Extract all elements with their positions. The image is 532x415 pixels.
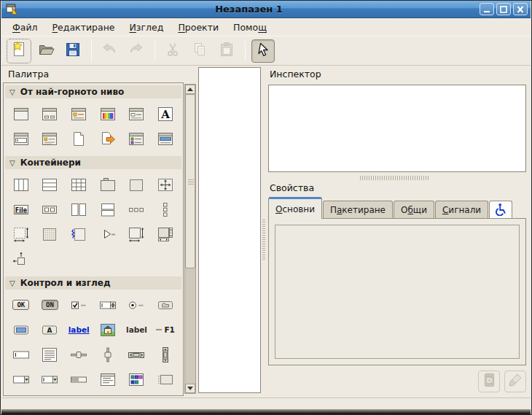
palette-item-table[interactable] (64, 172, 93, 197)
palette-item-hscrollbar[interactable] (122, 342, 152, 367)
scroll-up-button[interactable] (185, 85, 195, 94)
palette-item-combo-box-entry[interactable] (36, 367, 65, 392)
palette-item-toggle-button[interactable]: ON (36, 292, 65, 317)
palette-item-vbox[interactable] (36, 172, 65, 197)
cut-button[interactable] (161, 39, 184, 63)
palette-section-header[interactable]: ▽Контейнери (4, 155, 182, 170)
tab-сигнали[interactable]: Сигнали (435, 201, 488, 219)
palette-item-viewport[interactable] (7, 222, 36, 247)
open-button[interactable] (34, 39, 58, 63)
palette-item-file-selection-dialog[interactable] (122, 101, 152, 126)
palette-item-option-menu[interactable] (151, 292, 180, 317)
palette-item-hbox[interactable] (7, 172, 36, 197)
palette-item-vbutton-box[interactable] (151, 197, 180, 222)
minimize-button[interactable] (480, 3, 494, 15)
palette-item-clipped-widget-5[interactable] (122, 392, 152, 396)
scrollbar-thumb[interactable] (185, 94, 195, 268)
palette-item-window[interactable] (7, 101, 36, 126)
close-button[interactable] (513, 3, 528, 15)
palette-item-handle-box[interactable] (64, 222, 93, 247)
palette-item-assistant[interactable] (151, 126, 180, 151)
undo-button[interactable] (98, 39, 121, 63)
palette-item-accel-label[interactable]: F1 (151, 317, 180, 342)
palette-item-fixed[interactable] (151, 172, 180, 197)
maximize-button[interactable] (496, 3, 511, 15)
design-canvas[interactable] (198, 67, 261, 393)
palette-item-notebook[interactable] (93, 172, 122, 197)
palette-item-recent-chooser-dialog[interactable] (122, 126, 152, 151)
selector-icon (254, 41, 272, 61)
titlebar[interactable]: Незапазен 1 (1, 1, 531, 18)
palette-item-message-dialog[interactable] (64, 101, 93, 126)
palette-item-clipped-widget-2[interactable] (36, 392, 65, 396)
palette-item-hbutton-box[interactable] (122, 197, 152, 222)
palette-item-vscale[interactable] (93, 342, 122, 367)
palette-item-image[interactable] (93, 317, 122, 342)
palette-item-scrolled-window[interactable] (122, 222, 152, 247)
palette-item-label[interactable]: label (122, 317, 152, 342)
palette-item-entry[interactable] (7, 342, 36, 367)
tab-accessibility[interactable] (489, 201, 512, 219)
palette-section-header[interactable]: ▽Контрол и изглед (4, 276, 182, 290)
palette-item-spin-button[interactable] (93, 292, 122, 317)
cut-icon (164, 41, 181, 61)
palette-item-clipped-widget-6[interactable] (151, 392, 180, 396)
palette-item-link-button[interactable]: label (64, 317, 93, 342)
tab-основни[interactable]: Основни (268, 197, 322, 219)
palette-item-font-button[interactable]: A (36, 317, 65, 342)
palette-item-frame[interactable] (122, 172, 152, 197)
palette-item-file-chooser-dialog[interactable] (93, 126, 122, 151)
palette-item-vscrollbar[interactable] (151, 342, 180, 367)
palette-item-color-button[interactable] (7, 317, 36, 342)
palette-item-tool-item[interactable] (151, 367, 180, 392)
menu-изглед[interactable]: Изглед (122, 20, 171, 35)
inspector-tree[interactable] (268, 85, 526, 172)
palette-item-clipped-widget-1[interactable] (7, 392, 36, 396)
palette-item-clipped-widget-3[interactable] (64, 392, 93, 396)
palette-panel: ▽От най-горното нивоA▽КонтейнериFile▽Кон… (3, 82, 184, 396)
palette-item-toolbar[interactable] (36, 197, 65, 222)
menu-помощ[interactable]: Помощ (226, 20, 274, 35)
save-button[interactable] (61, 39, 85, 63)
palette-scrollbar[interactable] (184, 84, 196, 394)
palette-item-clipped-widget-4[interactable] (93, 392, 122, 396)
palette-item-text-view[interactable] (36, 342, 65, 367)
menubar: ФайлРедактиранеИзгледПроектиПомощ (1, 19, 531, 36)
menu-файл[interactable]: Файл (5, 20, 45, 35)
palette-section-header[interactable]: ▽От най-горното ниво (4, 85, 182, 99)
palette-item-icon-view[interactable] (122, 367, 152, 392)
palette-item-file-chooser-widget[interactable] (64, 126, 93, 151)
palette-item-about-dialog[interactable] (36, 126, 65, 151)
copy-button[interactable] (188, 39, 211, 63)
palette-item-layout[interactable] (36, 222, 65, 247)
palette-item-check-button[interactable] (64, 292, 93, 317)
redo-button[interactable] (125, 39, 148, 63)
menu-проекти[interactable]: Проекти (171, 20, 226, 35)
scroll-down-button[interactable] (185, 384, 195, 393)
documentation-button[interactable]: D (478, 371, 500, 392)
menu-редактиране[interactable]: Редактиране (45, 20, 122, 35)
selector-button[interactable] (251, 39, 275, 63)
palette-item-input-dialog[interactable] (7, 126, 36, 151)
palette-item-font-selection-dialog[interactable]: A (151, 101, 180, 126)
tab-общи[interactable]: Общи (394, 201, 434, 219)
palette-item-scrolled-window-scrollbars[interactable] (151, 222, 180, 247)
palette-item-hscale[interactable] (64, 342, 93, 367)
palette-item-menubar[interactable]: File (7, 197, 36, 222)
palette-item-tree-view[interactable] (93, 367, 122, 392)
palette-item-progress-bar[interactable] (64, 367, 93, 392)
palette-item-radio-button[interactable] (122, 292, 152, 317)
inspector-resize-handle[interactable] (360, 176, 429, 180)
palette-item-expander[interactable] (93, 222, 122, 247)
edit-style-button[interactable] (504, 371, 526, 392)
palette-item-alignment[interactable] (7, 247, 36, 271)
tab-пакетиране[interactable]: Пакетиране (323, 201, 393, 219)
palette-item-hpaned[interactable] (64, 197, 93, 222)
palette-item-button[interactable]: OK (7, 292, 36, 317)
paste-button[interactable] (215, 39, 238, 63)
palette-item-vpaned[interactable] (93, 197, 122, 222)
palette-item-combo-box[interactable] (7, 367, 36, 392)
palette-item-color-selection-dialog[interactable] (93, 101, 122, 126)
palette-item-dialog[interactable] (36, 101, 65, 126)
new-button[interactable] (7, 39, 31, 63)
